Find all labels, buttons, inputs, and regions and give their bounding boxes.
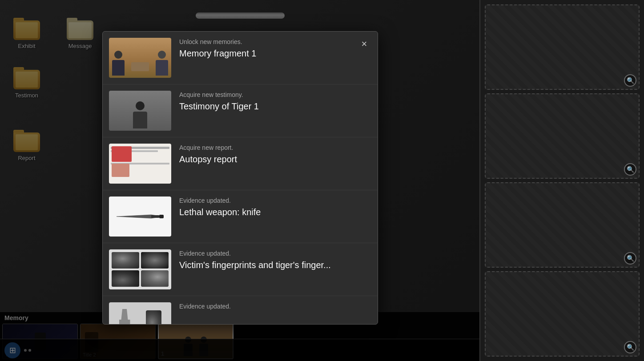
body-b — [156, 60, 168, 76]
magnify-icon-1[interactable]: 🔍 — [624, 74, 636, 87]
thumb-last — [109, 302, 171, 325]
person-b — [156, 51, 168, 76]
evidence-slot-1[interactable]: 🔍 — [485, 4, 640, 90]
item-content-memory: Unlock new memories. Memory fragment 1 — [179, 38, 355, 59]
body-a — [112, 60, 125, 76]
item-subtitle-testimony: Acquire new testimony. — [179, 91, 355, 99]
thumb-fingerprints — [109, 249, 171, 289]
desk — [131, 62, 149, 71]
last-fp — [146, 310, 161, 325]
thumb-autopsy — [109, 144, 171, 184]
item-content-last: Evidence updated. — [179, 302, 355, 312]
sitting-person — [133, 101, 147, 128]
last-bg — [109, 302, 171, 325]
item-title-knife: Lethal weapon: knife — [179, 206, 355, 218]
item-subtitle-last: Evidence updated. — [179, 302, 355, 310]
modal-dialog: × — [102, 31, 378, 325]
right-panel: 🔍 🔍 🔍 🔍 — [479, 0, 644, 361]
modal-item-memory-fragment[interactable]: Unlock new memories. Memory fragment 1 — [103, 32, 378, 84]
modal-close-button[interactable]: × — [357, 37, 371, 51]
magnify-icon-4[interactable]: 🔍 — [624, 341, 636, 353]
item-subtitle-fingerprints: Evidence updated. — [179, 249, 355, 257]
modal-item-fingerprints[interactable]: Evidence updated. Victim's fingerprints … — [103, 243, 378, 296]
item-content-testimony: Acquire new testimony. Testimony of Tige… — [179, 91, 355, 112]
knife-bg — [109, 197, 171, 237]
evidence-slot-3[interactable]: 🔍 — [485, 182, 640, 268]
modal-items-list: Unlock new memories. Memory fragment 1 — [103, 32, 378, 325]
report-image1 — [112, 146, 132, 162]
item-title-memory: Memory fragment 1 — [179, 48, 355, 59]
thumb-memory-fragment — [109, 38, 171, 78]
head-sitting — [136, 101, 145, 110]
report-bg — [109, 144, 171, 184]
modal-item-knife[interactable]: Evidence updated. Lethal weapon: knife — [103, 190, 378, 243]
item-title-testimony: Testimony of Tiger 1 — [179, 100, 355, 112]
head-b — [158, 51, 166, 59]
footprint — [119, 309, 130, 325]
interview-bg — [109, 38, 171, 78]
svg-rect-0 — [151, 215, 159, 218]
body-sitting — [133, 112, 147, 128]
item-title-fingerprints: Victim's fingerprints and tiger's finger… — [179, 259, 355, 271]
magnify-icon-3[interactable]: 🔍 — [624, 252, 636, 265]
fp3 — [112, 270, 139, 287]
magnify-icon-2[interactable]: 🔍 — [624, 163, 636, 176]
item-content-autopsy: Acquire new report. Autopsy report — [179, 144, 355, 165]
modal-item-autopsy[interactable]: Acquire new report. Autopsy report — [103, 137, 378, 190]
item-content-fingerprints: Evidence updated. Victim's fingerprints … — [179, 249, 355, 271]
modal-overlay: × — [0, 0, 480, 361]
item-subtitle-memory: Unlock new memories. — [179, 38, 355, 46]
svg-rect-1 — [159, 215, 164, 218]
evidence-slot-4[interactable]: 🔍 — [485, 271, 640, 357]
head-a — [114, 51, 122, 59]
modal-item-last[interactable]: Evidence updated. — [103, 296, 378, 325]
knife-svg — [116, 212, 165, 221]
testimony-bg — [109, 91, 171, 131]
item-title-autopsy: Autopsy report — [179, 153, 355, 165]
item-subtitle-knife: Evidence updated. — [179, 197, 355, 205]
report-image2 — [112, 164, 129, 177]
thumb-knife — [109, 197, 171, 237]
fp4 — [141, 270, 169, 287]
desktop: Exhibit Message — [0, 0, 480, 361]
fingerprints-bg — [109, 249, 171, 289]
evidence-slot-2[interactable]: 🔍 — [485, 93, 640, 179]
modal-item-testimony[interactable]: Acquire new testimony. Testimony of Tige… — [103, 84, 378, 137]
thumb-testimony — [109, 91, 171, 131]
item-content-knife: Evidence updated. Lethal weapon: knife — [179, 197, 355, 218]
fp1 — [112, 252, 139, 269]
item-subtitle-autopsy: Acquire new report. — [179, 144, 355, 152]
fp2 — [141, 252, 169, 269]
person-a — [112, 51, 125, 76]
